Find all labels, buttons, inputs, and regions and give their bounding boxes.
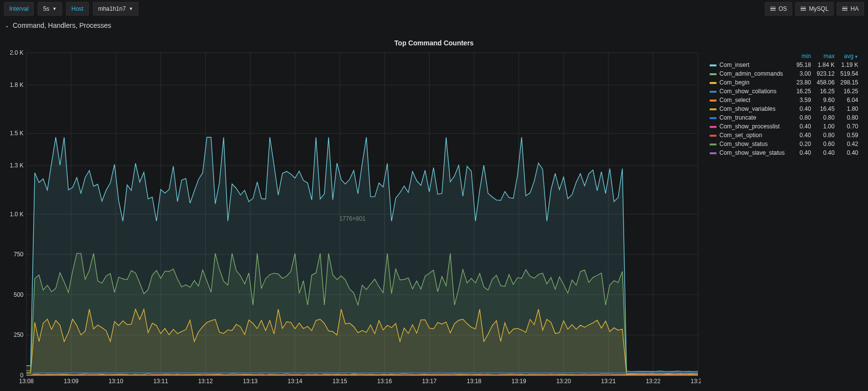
svg-text:13:11: 13:11: [153, 378, 168, 385]
legend-swatch-icon: [710, 91, 716, 93]
svg-text:1.5 K: 1.5 K: [10, 130, 23, 137]
chart-panel: Top Command Counters 02505007501.0 K1.3 …: [4, 39, 864, 387]
caret-down-icon: ▼: [52, 6, 57, 11]
sort-caret-icon: ▼: [854, 55, 858, 59]
legend-value: 1.84 K: [813, 61, 836, 69]
legend-swatch-icon: [710, 64, 716, 66]
svg-text:13:20: 13:20: [556, 378, 571, 385]
interval-label-button[interactable]: Interval: [4, 2, 34, 16]
legend-value: 9.60: [813, 96, 836, 104]
legend-header[interactable]: [708, 52, 793, 61]
svg-text:13:15: 13:15: [332, 378, 347, 385]
legend-value: 0.40: [813, 148, 836, 157]
section-title: Command, Handlers, Processes: [13, 21, 111, 29]
legend-value: 0.80: [837, 113, 860, 122]
legend-swatch-icon: [710, 144, 716, 145]
legend-value: 1.19 K: [837, 61, 860, 69]
panel-title: Top Command Counters: [4, 39, 864, 50]
legend-value: 519.54: [837, 69, 860, 78]
svg-text:2.0 K: 2.0 K: [10, 50, 23, 56]
host-select[interactable]: mha1h1n7 ▼: [93, 2, 139, 16]
chart-svg: 02505007501.0 K1.3 K1.5 K1.8 K2.0 K13:08…: [4, 50, 701, 387]
svg-text:1.0 K: 1.0 K: [10, 211, 23, 218]
legend-row[interactable]: Com_show_variables0.4016.451.80: [708, 104, 860, 113]
legend-value: 0.60: [813, 140, 836, 148]
legend-value: 16.25: [793, 87, 813, 96]
interval-value: 5s: [43, 5, 49, 12]
view-button-ha[interactable]: HA: [837, 2, 864, 16]
legend-series-name: Com_show_slave_status: [719, 149, 784, 156]
legend-series-name: Com_insert: [719, 62, 749, 68]
legend-swatch-icon: [710, 117, 716, 119]
legend-row[interactable]: Com_set_option0.400.800.59: [708, 131, 860, 140]
legend-series-name: Com_admin_commands: [719, 70, 783, 77]
legend: minmaxavg▼ Com_insert95.181.84 K1.19 KCo…: [701, 50, 864, 387]
legend-value: 0.42: [837, 140, 860, 148]
svg-text:13:22: 13:22: [646, 378, 660, 385]
view-button-mysql[interactable]: MySQL: [795, 2, 834, 16]
legend-header[interactable]: min: [793, 52, 813, 61]
legend-swatch-icon: [710, 100, 716, 102]
legend-value: 0.40: [793, 104, 813, 113]
view-button-label: MySQL: [809, 5, 828, 12]
legend-value: 298.15: [837, 78, 860, 87]
legend-value: 16.25: [813, 87, 836, 96]
legend-value: 0.70: [837, 122, 860, 131]
svg-text:13:12: 13:12: [198, 378, 213, 385]
svg-text:13:17: 13:17: [422, 378, 436, 385]
svg-text:1.8 K: 1.8 K: [10, 82, 23, 88]
top-toolbar: Interval 5s ▼ Host mha1h1n7 ▼ OSMySQLHA: [0, 0, 868, 18]
hamburger-icon: [842, 7, 847, 11]
legend-series-name: Com_show_status: [719, 141, 768, 147]
legend-series-name: Com_begin: [719, 79, 749, 86]
legend-value: 458.06: [813, 78, 836, 87]
legend-row[interactable]: Com_insert95.181.84 K1.19 K: [708, 61, 860, 69]
legend-row[interactable]: Com_show_processlist0.401.000.70: [708, 122, 860, 131]
caret-down-icon: ▼: [129, 6, 133, 11]
legend-value: 23.80: [793, 78, 813, 87]
legend-value: 0.40: [793, 131, 813, 140]
legend-value: 3.00: [793, 69, 813, 78]
host-label-button[interactable]: Host: [66, 2, 89, 16]
legend-header[interactable]: avg▼: [837, 52, 860, 61]
hamburger-icon: [801, 7, 806, 11]
legend-value: 0.40: [793, 148, 813, 157]
legend-row[interactable]: Com_show_status0.200.600.42: [708, 140, 860, 148]
legend-value: 3.59: [793, 96, 813, 104]
legend-series-name: Com_show_processlist: [719, 123, 780, 130]
legend-swatch-icon: [710, 126, 716, 128]
legend-series-name: Com_show_collations: [719, 88, 777, 95]
legend-swatch-icon: [710, 82, 716, 84]
legend-value: 95.18: [793, 61, 813, 69]
legend-row[interactable]: Com_admin_commands3.00923.12519.54: [708, 69, 860, 78]
chevron-down-icon: ⌄: [5, 23, 9, 28]
legend-value: 1.00: [813, 122, 836, 131]
legend-swatch-icon: [710, 135, 716, 137]
legend-value: 923.12: [813, 69, 836, 78]
legend-value: 0.40: [837, 148, 860, 157]
legend-row[interactable]: Com_show_collations16.2516.2516.25: [708, 87, 860, 96]
svg-text:13:13: 13:13: [243, 378, 258, 385]
legend-series-name: Com_set_option: [719, 132, 762, 139]
legend-row[interactable]: Com_begin23.80458.06298.15: [708, 78, 860, 87]
svg-text:13:23: 13:23: [691, 378, 701, 385]
legend-value: 0.80: [813, 113, 836, 122]
svg-text:13:21: 13:21: [601, 378, 616, 385]
chart-area[interactable]: 02505007501.0 K1.3 K1.5 K1.8 K2.0 K13:08…: [4, 50, 701, 387]
section-header[interactable]: ⌄ Command, Handlers, Processes: [0, 18, 868, 33]
legend-row[interactable]: Com_truncate0.800.800.80: [708, 113, 860, 122]
legend-value: 0.59: [837, 131, 860, 140]
legend-header[interactable]: max: [813, 52, 836, 61]
view-button-label: OS: [779, 5, 787, 12]
interval-select[interactable]: 5s ▼: [38, 2, 62, 16]
svg-text:13:18: 13:18: [467, 378, 481, 385]
legend-series-name: Com_truncate: [719, 114, 756, 121]
legend-value: 0.80: [793, 113, 813, 122]
svg-text:1.3 K: 1.3 K: [10, 162, 23, 169]
svg-text:13:16: 13:16: [377, 378, 392, 385]
legend-row[interactable]: Com_select3.599.606.04: [708, 96, 860, 104]
view-button-os[interactable]: OS: [765, 2, 792, 16]
legend-value: 0.40: [793, 122, 813, 131]
legend-value: 1.80: [837, 104, 860, 113]
legend-row[interactable]: Com_show_slave_status0.400.400.40: [708, 148, 860, 157]
